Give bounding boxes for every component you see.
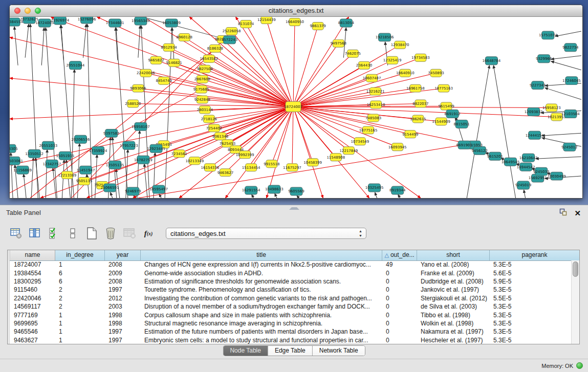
graph-node[interactable]: 17344601 [106, 19, 124, 27]
graph-edge[interactable] [542, 133, 581, 136]
cell-in_degree[interactable]: 6 [55, 278, 104, 285]
graph-edge[interactable] [493, 65, 515, 198]
graph-node[interactable]: 9605569 [288, 187, 304, 195]
cell-pagerank[interactable]: 5.3E-5 [489, 286, 572, 293]
cell-short[interactable]: Franke et al. (2009) [417, 270, 489, 277]
cell-out_degree[interactable]: 0 [382, 312, 417, 319]
graph-node[interactable]: 2803144 [197, 106, 213, 114]
graph-node[interactable]: 9456122 [472, 146, 488, 155]
graph-node[interactable]: 13350512 [25, 149, 43, 158]
cell-short[interactable]: Dudbridge et al. (2008) [417, 278, 489, 285]
graph-edge[interactable] [138, 26, 140, 58]
column-header-out_degree[interactable]: △out_de... [382, 250, 417, 260]
graph-node[interactable]: 9827508 [197, 65, 213, 73]
cell-title[interactable]: Changes of HCN gene expression and I(f) … [140, 261, 382, 268]
graph-node[interactable]: 2867608 [194, 75, 210, 83]
column-header-year[interactable]: year [105, 250, 141, 260]
cell-year[interactable]: 1997 [104, 337, 140, 344]
cell-year[interactable]: 2008 [104, 261, 140, 268]
graph-node[interactable]: 20551033 [39, 141, 57, 149]
column-chooser-icon[interactable] [28, 227, 41, 240]
delete-column-icon[interactable] [104, 227, 117, 240]
cell-in_degree[interactable]: 2 [55, 303, 104, 310]
graph-edge[interactable] [536, 157, 581, 159]
graph-edge[interactable] [138, 143, 472, 198]
graph-edge[interactable] [267, 107, 293, 198]
cell-pagerank[interactable]: 5.5E-5 [489, 295, 572, 302]
cell-pagerank[interactable]: 5.3E-5 [489, 337, 572, 344]
graph-edge[interactable] [97, 17, 293, 107]
graph-node[interactable]: 10213349 [185, 157, 204, 165]
cell-title[interactable]: Genome-wide association studies in ADHD. [140, 270, 382, 277]
graph-node[interactable]: 8815051 [454, 120, 470, 128]
graph-node[interactable]: 16640950 [286, 18, 304, 26]
table-row[interactable]: 1872400712008Changes of HCN gene express… [8, 260, 572, 269]
column-header-name[interactable]: name [10, 250, 55, 260]
graph-node[interactable]: 12213389 [58, 171, 77, 179]
graph-node[interactable]: 16210643 [519, 154, 538, 162]
graph-edge[interactable] [293, 17, 349, 107]
graph-node[interactable]: 7485083 [365, 114, 381, 122]
cell-name[interactable]: 9465546 [10, 328, 55, 335]
cell-out_degree[interactable]: 0 [382, 337, 417, 344]
cell-in_degree[interactable]: 2 [55, 286, 104, 293]
graph-node[interactable]: 8813054 [338, 19, 355, 27]
cell-title[interactable]: Estimation of the future numbers of pati… [140, 328, 382, 335]
cell-title[interactable]: Investigating the contribution of common… [140, 295, 382, 302]
cell-short[interactable]: Hescheler et al. (1997) [417, 337, 489, 344]
table-settings-icon[interactable] [9, 227, 23, 240]
graph-node[interactable]: 9154499 [402, 130, 418, 138]
table-row[interactable]: 946362711997Embryonic stem cells: a mode… [8, 336, 572, 344]
graph-node[interactable]: 7462075 [345, 50, 361, 57]
graph-node[interactable]: 9329966 [536, 55, 552, 63]
select-all-columns-icon[interactable] [47, 227, 60, 240]
graph-edge[interactable] [293, 54, 353, 107]
graph-edge[interactable] [46, 149, 47, 198]
float-window-icon[interactable] [559, 208, 567, 218]
table-row[interactable]: 977716911998Corpus callosum shape and si… [8, 311, 572, 319]
graph-edge[interactable] [293, 107, 323, 198]
graph-node[interactable]: 7450893 [428, 69, 444, 77]
cell-name[interactable]: 22420046 [10, 295, 55, 302]
graph-node[interactable]: 1862615 [410, 115, 426, 123]
graph-edge[interactable] [545, 88, 581, 100]
cell-name[interactable]: 9699695 [10, 320, 55, 327]
graph-node[interactable]: 9227343 [530, 81, 546, 90]
graph-node[interactable]: 7234561 [171, 150, 187, 158]
graph-edge[interactable] [398, 194, 400, 198]
cell-short[interactable]: Wolkin et al. (1998) [417, 320, 489, 327]
graph-node[interactable]: 2364430 [356, 61, 372, 69]
graph-node[interactable]: 12938470 [391, 41, 409, 49]
graph-node[interactable]: 8454749 [156, 77, 171, 84]
table-selector[interactable]: citations_edges.txt ▲▼ [166, 228, 366, 239]
table-row[interactable]: 1830029562008Estimation of significance … [8, 277, 572, 286]
column-header-short[interactable]: short [417, 250, 490, 260]
table-row[interactable]: 911546021997Tourette syndrome. Phenomeno… [8, 286, 572, 294]
graph-edge[interactable] [111, 192, 113, 198]
graph-node[interactable]: 8691901 [456, 141, 472, 149]
table-row[interactable]: 2242004622012Investigating the contribut… [8, 294, 572, 302]
cell-out_degree[interactable]: 0 [382, 270, 417, 277]
graph-node[interactable]: 25226058 [223, 27, 241, 35]
new-column-icon[interactable] [85, 227, 98, 240]
cell-year[interactable]: 1997 [104, 286, 140, 293]
cell-pagerank[interactable]: 5.3E-5 [489, 328, 572, 335]
cell-name[interactable]: 9463627 [10, 337, 55, 344]
graph-node[interactable]: 10325495 [365, 184, 384, 192]
graph-node[interactable]: 9361346 [212, 133, 229, 140]
graph-node[interactable]: 8131074 [238, 20, 254, 28]
graph-node[interactable]: 12325419 [383, 56, 402, 64]
graph-node[interactable]: 9245033 [533, 167, 549, 176]
graph-node[interactable]: 15751074 [539, 31, 557, 39]
cell-pagerank[interactable]: 5.3E-5 [489, 312, 572, 319]
graph-edge[interactable] [95, 155, 97, 198]
cell-in_degree[interactable]: 1 [55, 328, 104, 335]
cell-out_degree[interactable]: 0 [382, 328, 417, 335]
close-panel-icon[interactable]: ✕ [574, 209, 581, 217]
graph-edge[interactable] [293, 43, 338, 107]
graph-node[interactable]: 11548908 [326, 154, 345, 161]
graph-edge[interactable] [293, 89, 416, 107]
cell-out_degree[interactable]: 0 [382, 278, 417, 285]
cell-year[interactable]: 2008 [104, 278, 140, 285]
graph-node[interactable]: 10734549 [351, 138, 369, 145]
